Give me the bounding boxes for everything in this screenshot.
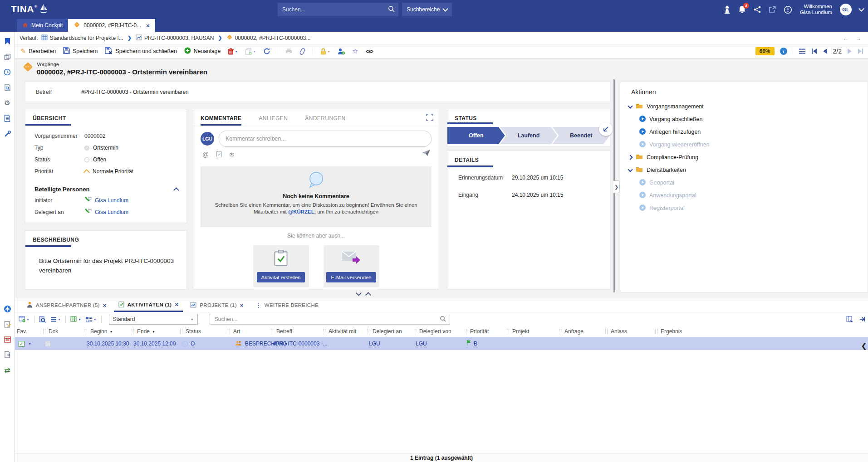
column-ergebnis[interactable]: Ergebnis bbox=[653, 326, 868, 337]
send-comment-icon[interactable] bbox=[422, 149, 431, 158]
global-search-input[interactable] bbox=[281, 6, 384, 13]
dok-checkbox[interactable] bbox=[45, 341, 51, 347]
save-and-close-button[interactable]: Speichern und schließen bbox=[105, 47, 177, 56]
column-grip[interactable] bbox=[85, 329, 87, 334]
watch-eye-icon[interactable] bbox=[366, 49, 373, 54]
pin-panel-icon[interactable] bbox=[859, 316, 865, 322]
collapse-status-icon[interactable] bbox=[599, 122, 613, 136]
status-step-offen[interactable]: Offen bbox=[447, 127, 505, 144]
favorite-checkbox[interactable]: ✓ bbox=[19, 341, 25, 347]
cell-delegiert-an[interactable]: LGU bbox=[365, 337, 412, 350]
document-search-icon[interactable] bbox=[0, 82, 15, 93]
cell-ende[interactable]: 30.10.2025 12:00 bbox=[130, 337, 178, 350]
cell-beginn[interactable]: 30.10.2025 10:30 bbox=[83, 337, 130, 350]
more-options-icon[interactable] bbox=[784, 5, 792, 14]
cell-prioritaet[interactable]: B bbox=[463, 337, 505, 350]
open-external-icon[interactable] bbox=[769, 6, 776, 13]
column-beginn[interactable]: Beginn▼ bbox=[83, 326, 130, 337]
column-grip[interactable] bbox=[228, 329, 230, 334]
column-anlass[interactable]: Anlass bbox=[603, 326, 653, 337]
favorite-star-icon[interactable]: ☆ bbox=[352, 47, 358, 55]
column-grip[interactable] bbox=[132, 329, 134, 334]
cell-betreff[interactable]: #PRJ-ITC-0000003 -... bbox=[269, 337, 365, 350]
notifications-bell-icon[interactable]: 3 bbox=[738, 5, 746, 14]
close-tab-icon[interactable]: × bbox=[103, 302, 107, 309]
action-anliegen-hinzufuegen[interactable]: Anliegen hinzufügen bbox=[620, 126, 868, 138]
action-vorgang-abschliessen[interactable]: Vorgang abschließen bbox=[620, 113, 868, 126]
search-scope-dropdown[interactable]: Suchbereiche bbox=[402, 3, 452, 16]
tab-vorgang-record[interactable]: 0000002, #PRJ-ITC-0... × bbox=[68, 19, 155, 32]
chevron-down-icon[interactable]: ▼ bbox=[28, 342, 31, 345]
export-table-icon[interactable] bbox=[846, 316, 853, 322]
column-status[interactable]: Status bbox=[178, 326, 226, 337]
column-ende[interactable]: Ende▼ bbox=[130, 326, 178, 337]
send-email-button[interactable]: E-Mail versenden bbox=[326, 272, 376, 282]
create-activity-button[interactable]: Aktivität erstellen bbox=[257, 272, 305, 282]
close-tab-icon[interactable]: × bbox=[146, 22, 150, 29]
tab-projekte[interactable]: PROJEKTE (1) × bbox=[186, 298, 248, 312]
cell-status[interactable]: O bbox=[178, 337, 226, 350]
comment-input[interactable] bbox=[219, 131, 432, 147]
tab-mein-cockpit[interactable]: Mein Cockpit bbox=[17, 19, 68, 32]
search-icon[interactable] bbox=[388, 5, 395, 14]
column-grip[interactable] bbox=[414, 329, 416, 334]
refresh-icon[interactable] bbox=[263, 48, 270, 55]
delete-button[interactable]: ▼ bbox=[228, 48, 238, 55]
column-projekt[interactable]: Projekt bbox=[505, 326, 557, 337]
group-layout-icon[interactable]: ▼ bbox=[86, 316, 97, 322]
fullscreen-icon[interactable] bbox=[426, 114, 433, 122]
history-icon[interactable] bbox=[0, 66, 15, 78]
search-icon[interactable] bbox=[440, 316, 446, 323]
expand-panel-handle[interactable]: ❯ bbox=[613, 180, 620, 193]
column-delegiert-von[interactable]: Delegiert von bbox=[412, 326, 463, 337]
save-button[interactable]: Speichern bbox=[63, 47, 98, 55]
betreff-value[interactable]: #PRJ-ITC-0000003 - Ortstermin vereinbare… bbox=[81, 89, 189, 95]
row-display-icon[interactable]: ▼ bbox=[50, 317, 61, 322]
tab-kommentare[interactable]: KOMMENTARE bbox=[201, 115, 241, 126]
column-betreff[interactable]: Betreff bbox=[269, 326, 321, 337]
folder-dienstbarkeiten[interactable]: Dienstbarkeiten bbox=[620, 164, 868, 176]
tab-weitere-bereiche[interactable]: ⋮ WEITERE BEREICHE bbox=[251, 298, 323, 312]
document-icon[interactable] bbox=[0, 112, 15, 124]
breadcrumb-item-projekt[interactable]: PRJ-ITC-0000003, HAUSAN bbox=[136, 34, 214, 42]
settings-gear-icon[interactable]: ⚙ bbox=[0, 97, 15, 109]
new-record-button[interactable]: Neuanlage bbox=[184, 47, 221, 55]
cell-delegiert-von[interactable]: LGU bbox=[412, 337, 463, 350]
copies-icon[interactable] bbox=[0, 51, 15, 63]
breadcrumb-item-vorgang[interactable]: 0000002, #PRJ-ITC-0000003... bbox=[226, 34, 311, 42]
column-grip[interactable] bbox=[367, 329, 369, 334]
map-compass-icon[interactable] bbox=[0, 303, 15, 315]
column-fav[interactable]: Fav. bbox=[15, 326, 41, 337]
status-step-laufend[interactable]: Laufend bbox=[500, 127, 558, 144]
folder-vorgangsmanagement[interactable]: Vorgangsmanagement bbox=[620, 100, 868, 113]
column-grip[interactable] bbox=[507, 329, 509, 334]
user-menu-chevron-icon[interactable] bbox=[858, 6, 864, 12]
column-grip[interactable] bbox=[323, 329, 325, 334]
copy-button[interactable]: ▼ bbox=[245, 48, 256, 55]
history-forward-icon[interactable]: → bbox=[855, 34, 862, 42]
column-art[interactable]: Art bbox=[226, 326, 269, 337]
bookmark-icon[interactable] bbox=[0, 35, 15, 47]
close-tab-icon[interactable]: × bbox=[175, 301, 178, 308]
grid-search-icon[interactable] bbox=[39, 316, 46, 323]
last-record-icon[interactable] bbox=[858, 49, 863, 54]
grid-search-input[interactable] bbox=[214, 316, 440, 323]
column-grip[interactable] bbox=[559, 329, 561, 334]
folder-compliance-pruefung[interactable]: Compliance-Prüfung bbox=[620, 151, 868, 164]
mention-link[interactable]: @KÜRZEL bbox=[288, 209, 314, 214]
export-document-icon[interactable] bbox=[0, 349, 15, 360]
assign-person-icon[interactable] bbox=[338, 48, 345, 55]
column-grip[interactable] bbox=[43, 329, 45, 334]
next-record-icon[interactable] bbox=[847, 49, 852, 54]
tab-aktivitaeten[interactable]: AKTIVITÄTEN (1) × bbox=[114, 298, 183, 312]
share-icon[interactable] bbox=[754, 6, 761, 13]
menu-icon[interactable] bbox=[799, 49, 806, 54]
column-grip[interactable] bbox=[655, 329, 657, 334]
column-anfrage[interactable]: Anfrage bbox=[557, 326, 603, 337]
history-back-icon[interactable]: ← bbox=[843, 34, 849, 42]
lighthouse-icon[interactable] bbox=[724, 5, 731, 14]
collapse-section-icon[interactable] bbox=[173, 187, 179, 193]
scroll-left-icon[interactable]: ❮ bbox=[861, 341, 867, 350]
column-delegiert-an[interactable]: Delegiert an bbox=[365, 326, 412, 337]
beschreibung-text[interactable]: Bitte Ortstermin für das Projekt PRJ-ITC… bbox=[25, 247, 186, 275]
